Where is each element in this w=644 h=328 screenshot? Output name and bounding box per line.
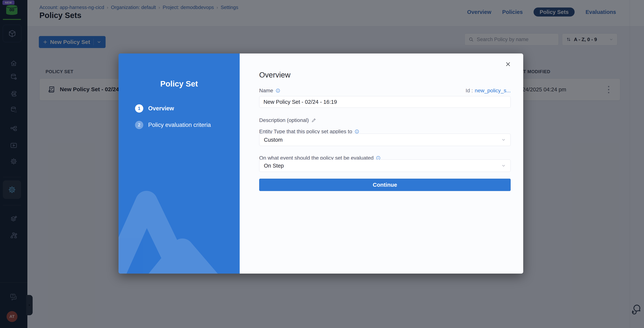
name-field-label: Name [259,88,280,94]
name-input[interactable] [259,96,511,108]
id-link[interactable]: new_policy_s... [475,88,511,94]
step-label: Policy evaluation criteria [148,122,211,128]
continue-button[interactable]: Continue [259,179,511,191]
description-label-text: Description (optional) [259,117,309,123]
id-prefix: Id : [466,88,473,94]
wizard-step-overview[interactable]: 1 Overview [135,104,174,113]
event-select[interactable]: On Step [259,160,511,172]
info-icon[interactable] [276,88,280,93]
policy-set-wizard-modal: Policy Set 1 Overview 2 Policy evaluatio… [118,54,523,274]
step-number-badge: 1 [135,104,143,113]
event-selected-value: On Step [264,163,284,169]
entity-id: Id : new_policy_s... [466,88,511,94]
step-number-badge: 2 [135,121,143,129]
chevron-down-icon [501,137,506,142]
name-label-text: Name [259,88,273,94]
close-icon[interactable] [505,61,511,67]
harness-logo-watermark [118,142,240,274]
info-icon[interactable] [354,129,359,134]
wizard-form-panel: Overview Name Id : new_policy_s... Descr… [240,54,523,274]
pencil-edit-icon[interactable] [311,118,316,123]
chevron-down-icon [501,163,506,168]
description-label: Description (optional) [259,117,316,123]
modal-heading: Overview [259,71,290,79]
entity-type-selected-value: Custom [264,137,282,143]
wizard-title: Policy Set [118,79,240,88]
wizard-steps-panel: Policy Set 1 Overview 2 Policy evaluatio… [118,54,240,274]
step-label: Overview [148,105,174,112]
entity-type-select[interactable]: Custom [259,134,511,146]
wizard-step-evaluation-criteria[interactable]: 2 Policy evaluation criteria [135,121,211,129]
